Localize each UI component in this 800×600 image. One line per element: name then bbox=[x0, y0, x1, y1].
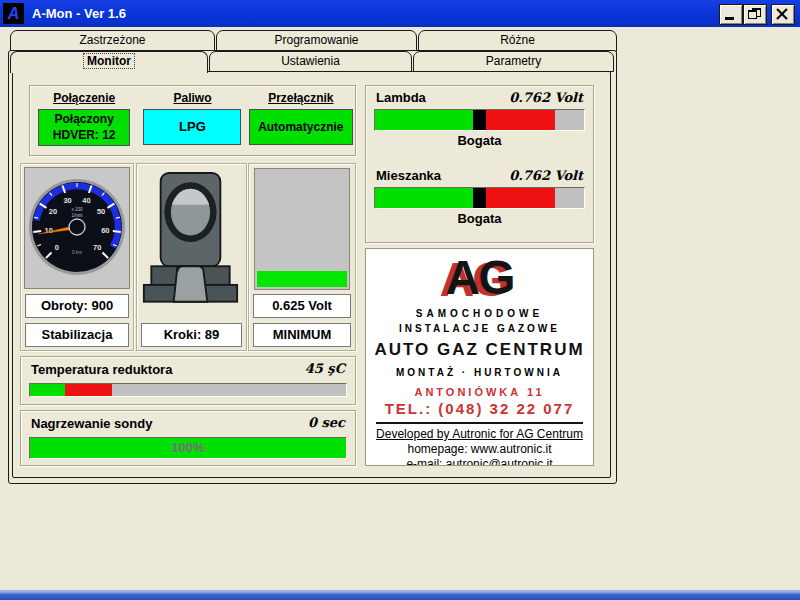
ag-logo-black-layer: AG bbox=[366, 253, 593, 303]
bar-segment-lean-red bbox=[486, 110, 555, 130]
lambda-value: 0.762 Volt bbox=[509, 90, 583, 105]
ag-homepage: homepage: www.autronic.it bbox=[366, 442, 593, 456]
tab-zastrzezone-label: Zastrzeżone bbox=[79, 33, 145, 47]
gauge-tick bbox=[33, 231, 41, 232]
stabilization-display: Stabilizacja bbox=[25, 323, 129, 347]
rpm-display: Obroty: 900 bbox=[25, 294, 129, 318]
stepper-panel: Kroki: 89 bbox=[136, 163, 247, 351]
probe-value: 0 sec bbox=[308, 415, 345, 430]
gauge-number: 30 bbox=[63, 196, 71, 205]
reducer-temperature-group: Temperatura reduktora 45 şC bbox=[20, 356, 356, 405]
tab-programowanie[interactable]: Programowanie bbox=[216, 30, 417, 52]
bar-segment-stoich-black bbox=[473, 188, 486, 208]
gauge-unit-text: 1/min bbox=[71, 213, 83, 218]
tab-parametry-label: Parametry bbox=[486, 54, 541, 68]
ag-email: e-mail: autronic@autronic.it bbox=[366, 457, 593, 466]
minimize-button[interactable] bbox=[719, 4, 743, 25]
mieszanka-bar bbox=[374, 187, 585, 209]
temperature-label: Temperatura reduktora bbox=[31, 362, 172, 377]
lambda-voltage-bar bbox=[254, 168, 350, 290]
gauge-scale-text: x 100 bbox=[71, 207, 83, 212]
connection-group: Połączenie Połączony HDVER: 12 Paliwo LP… bbox=[29, 85, 356, 156]
fuel-header: Paliwo bbox=[138, 91, 246, 105]
probe-heating-group: Nagrzewanie sondy 0 sec 100% bbox=[20, 410, 356, 466]
ag-line-phone: TEL.: (048) 32 22 077 bbox=[366, 400, 593, 417]
taskbar-edge[interactable] bbox=[0, 590, 800, 600]
gauge-number: 0 bbox=[55, 243, 59, 252]
monitor-page: Połączenie Połączony HDVER: 12 Paliwo LP… bbox=[12, 71, 611, 478]
bar-segment-gray bbox=[112, 384, 346, 396]
window-title: A-Mon - Ver 1.6 bbox=[32, 6, 126, 21]
tab-programowanie-label: Programowanie bbox=[274, 33, 358, 47]
connection-header: Połączenie bbox=[30, 91, 138, 105]
probe-progress-bar: 100% bbox=[29, 437, 347, 459]
switch-status-box: Automatycznie bbox=[249, 109, 353, 145]
minimize-icon bbox=[725, 17, 734, 20]
connection-status-box: Połączony HDVER: 12 bbox=[38, 109, 130, 146]
gauge-tick bbox=[113, 231, 121, 232]
gauge-number: 70 bbox=[93, 243, 101, 252]
gauge-number: 10 bbox=[45, 226, 53, 235]
restore-button[interactable] bbox=[743, 4, 767, 25]
mieszanka-status: Bogata bbox=[366, 211, 593, 226]
gauge-hub bbox=[69, 219, 85, 235]
gauge-number: 20 bbox=[49, 207, 57, 216]
ag-developed-by: Developed by Autronic for AG Centrum bbox=[366, 427, 593, 441]
tab-rozne-label: Różne bbox=[500, 33, 535, 47]
bar-segment-rich-green bbox=[375, 188, 473, 208]
ag-line-address: ANTONIÓWKA 11 bbox=[366, 386, 593, 398]
bar-segment-red bbox=[65, 384, 112, 396]
bar-segment-green bbox=[30, 384, 65, 396]
tab-parametry[interactable]: Parametry bbox=[413, 51, 614, 72]
ag-line-montaz-hurtownia: MONTAŻ · HURTOWNIA bbox=[366, 367, 593, 378]
lambda-bar bbox=[374, 109, 585, 131]
lambda-label: Lambda bbox=[376, 90, 426, 105]
tab-ustawienia[interactable]: Ustawienia bbox=[209, 51, 412, 72]
lambda-status: Bogata bbox=[366, 133, 593, 148]
bar-segment-rest-gray bbox=[555, 188, 584, 208]
stepper-motor-graphic bbox=[142, 166, 239, 318]
ag-line-instalacje: INSTALACJE GAZOWE bbox=[366, 323, 593, 334]
fuel-status-box: LPG bbox=[143, 109, 241, 145]
mieszanka-value: 0.762 Volt bbox=[509, 168, 583, 183]
title-bar[interactable]: A A-Mon - Ver 1.6 bbox=[0, 0, 800, 27]
mieszanka-label: Mieszanka bbox=[376, 168, 441, 183]
close-button[interactable] bbox=[771, 4, 795, 25]
ag-logo: AG AG bbox=[366, 253, 593, 303]
tab-zastrzezone[interactable]: Zastrzeżone bbox=[10, 30, 215, 52]
bar-segment-lean-red bbox=[486, 188, 555, 208]
tachometer-panel: 010203040506070x 1001/min0 km Obroty: 90… bbox=[20, 163, 134, 351]
connection-status-line1: Połączony bbox=[39, 111, 129, 127]
ag-divider bbox=[376, 422, 583, 424]
voltage-display: 0.625 Volt bbox=[253, 294, 351, 318]
lambda-voltage-fill bbox=[257, 271, 347, 287]
tab-monitor[interactable]: Monitor bbox=[10, 51, 208, 73]
app-icon: A bbox=[3, 3, 24, 24]
ag-line-auto-gaz-centrum: AUTO GAZ CENTRUM bbox=[366, 340, 593, 360]
gauge-number: 40 bbox=[82, 196, 90, 205]
bar-segment-stoich-black bbox=[473, 110, 486, 130]
ag-centrum-panel: AG AG SAMOCHODOWE INSTALACJE GAZOWE AUTO… bbox=[365, 248, 594, 466]
tachometer-gauge: 010203040506070x 1001/min0 km bbox=[24, 167, 130, 289]
gauge-number: 50 bbox=[97, 207, 105, 216]
connection-status-line2: HDVER: 12 bbox=[39, 127, 129, 143]
tab-rozne[interactable]: Różne bbox=[418, 30, 617, 52]
ag-line-samochodowe: SAMOCHODOWE bbox=[366, 308, 593, 319]
steps-display: Kroki: 89 bbox=[141, 323, 242, 347]
tab-monitor-label: Monitor bbox=[84, 54, 134, 68]
restore-icon bbox=[748, 8, 761, 19]
application-window: A A-Mon - Ver 1.6 Zastrzeżone Programowa… bbox=[0, 0, 800, 600]
lambda-voltage-panel: 0.625 Volt MINIMUM bbox=[248, 163, 356, 351]
switch-header: Przełącznik bbox=[247, 91, 355, 105]
gauge-odometer-text: 0 km bbox=[72, 250, 82, 255]
tab-ustawienia-label: Ustawienia bbox=[281, 54, 340, 68]
temperature-bar bbox=[29, 383, 347, 397]
probe-label: Nagrzewanie sondy bbox=[31, 416, 152, 431]
bar-segment-rich-green bbox=[375, 110, 473, 130]
bar-segment-rest-gray bbox=[555, 110, 584, 130]
gauge-number: 60 bbox=[101, 226, 109, 235]
probe-progress-text: 100% bbox=[30, 438, 346, 458]
lambda-group: Lambda 0.762 Volt Bogata Mieszanka 0.762… bbox=[365, 85, 594, 243]
minimum-display: MINIMUM bbox=[253, 323, 351, 347]
temperature-value: 45 şC bbox=[305, 361, 345, 376]
